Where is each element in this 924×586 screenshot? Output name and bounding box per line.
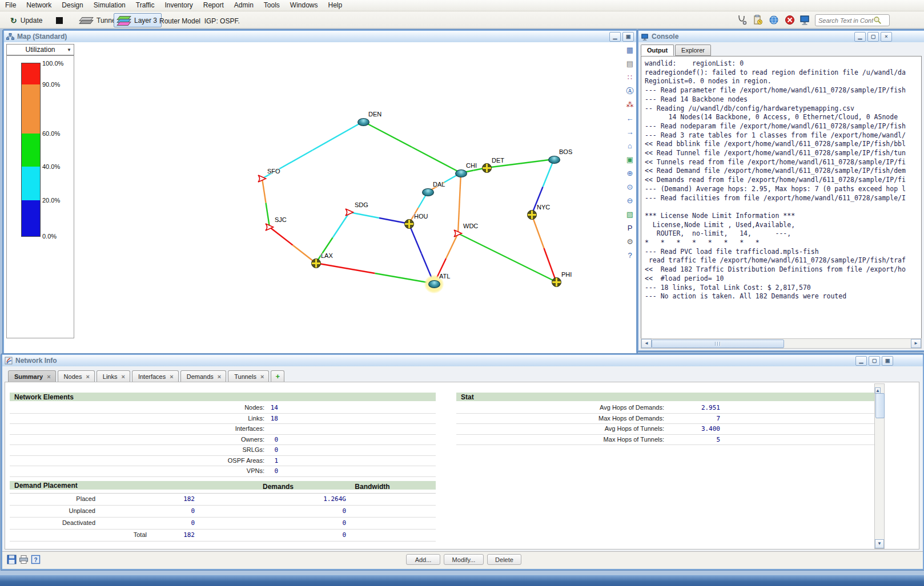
console-monitor-icon[interactable] [798, 14, 811, 26]
menu-design[interactable]: Design [57, 0, 88, 9]
console-minimize-button[interactable]: ▁ [854, 32, 866, 42]
ni-vscrollbar[interactable]: ▲ ▼ [874, 383, 885, 549]
save-icon[interactable] [7, 555, 17, 564]
scroll-thumb[interactable] [652, 340, 784, 348]
menu-network[interactable]: Network [21, 0, 57, 9]
console-output-area[interactable]: wandlid: regionList: 0readregiondef(): f… [641, 56, 922, 343]
legend-mode-dropdown[interactable]: Utilization ▼ [6, 44, 74, 55]
ni-minimize-button[interactable]: ▁ [855, 356, 867, 366]
tab-summary[interactable]: Summary× [8, 370, 56, 382]
scroll-left-icon[interactable]: ◄ [641, 339, 652, 348]
zoom-window-icon[interactable]: ⊙ [625, 183, 634, 191]
node-ATL[interactable] [428, 280, 440, 288]
tab-close-icon[interactable]: × [86, 373, 89, 380]
path-label-icon[interactable]: P [625, 224, 634, 232]
tab-close-icon[interactable]: × [260, 373, 264, 380]
node-SFO[interactable] [258, 175, 267, 183]
node-SJC[interactable] [265, 223, 274, 231]
network-info-titlebar[interactable]: Network Info ▁ ▢ ▣ [2, 355, 923, 366]
tab-close-icon[interactable]: × [122, 373, 125, 380]
undo-icon[interactable]: ← [625, 114, 634, 123]
tab-demands[interactable]: Demands× [180, 370, 227, 382]
node-LAX[interactable] [311, 258, 321, 268]
add-button[interactable]: Add... [406, 554, 440, 565]
rotate-labels-icon[interactable]: Ⓐ [625, 87, 634, 95]
diagnostics-stethoscope-icon[interactable] [736, 14, 748, 26]
console-close-button[interactable]: × [881, 32, 892, 42]
map-minimize-button[interactable]: ▁ [609, 32, 621, 42]
node-DET[interactable] [482, 163, 492, 173]
help-icon[interactable]: ? [625, 251, 634, 260]
tab-nodes[interactable]: Nodes× [58, 370, 95, 382]
tab-tunnels[interactable]: Tunnels× [228, 370, 269, 382]
scroll-right-icon[interactable]: ► [911, 339, 921, 348]
console-titlebar[interactable]: Console ▁ ▢ × [638, 31, 924, 42]
link-DEN-CHI-half-b[interactable] [412, 147, 461, 173]
menu-inventory[interactable]: Inventory [159, 0, 198, 9]
search-icon[interactable] [873, 16, 882, 25]
menu-help[interactable]: Help [323, 0, 348, 9]
zoom-out-icon[interactable]: ⊖ [625, 196, 634, 205]
network-map-canvas[interactable]: DENSFOSJCSDGLAXDALHOUCHIDETBOSNYCWDCATLP… [75, 42, 624, 353]
tab-interfaces[interactable]: Interfaces× [132, 370, 179, 382]
menu-windows[interactable]: Windows [285, 0, 323, 9]
tools-wrench-icon[interactable]: ⚙ [625, 237, 634, 246]
node-SDG[interactable] [345, 208, 354, 216]
search-input[interactable] [818, 17, 873, 24]
link-nodes-icon[interactable]: ∷ [625, 73, 634, 82]
tab-close-icon[interactable]: × [218, 373, 221, 380]
map-titlebar[interactable]: Map (Standard) ▁ ▣ [4, 31, 636, 42]
menu-admin[interactable]: Admin [229, 0, 259, 9]
topology-icon[interactable]: ⁂ [625, 100, 634, 109]
select-region-icon[interactable]: ▧ [625, 210, 634, 219]
node-HOU[interactable] [404, 219, 414, 229]
stop-icon[interactable] [56, 17, 63, 24]
node-NYC[interactable] [527, 210, 537, 220]
node-DAL[interactable] [422, 188, 434, 196]
console-restore-button[interactable]: ▢ [867, 32, 879, 42]
delete-button[interactable]: Delete [487, 554, 521, 565]
node-CHI[interactable] [455, 169, 467, 177]
tab-explorer[interactable]: Explorer [675, 45, 711, 56]
node-WDC[interactable] [453, 229, 463, 237]
web-globe-icon[interactable] [768, 14, 780, 26]
background-map-icon[interactable]: ▣ [625, 155, 634, 164]
link-SFO-DEN-half-b[interactable] [313, 122, 364, 150]
tab-links[interactable]: Links× [97, 370, 130, 382]
map-maximize-button[interactable]: ▣ [622, 32, 634, 42]
home-view-icon[interactable]: ⌂ [625, 142, 634, 150]
update-button[interactable]: ↻ Update [6, 13, 47, 27]
menu-report[interactable]: Report [198, 0, 229, 9]
scroll-down-icon[interactable]: ▼ [875, 539, 884, 548]
tab-output[interactable]: Output [641, 45, 674, 56]
tab-add-view[interactable]: + [271, 370, 284, 382]
map-options-icon[interactable]: ▤ [625, 59, 634, 68]
disconnect-icon[interactable] [784, 14, 796, 26]
menu-tools[interactable]: Tools [259, 0, 285, 9]
console-hscrollbar[interactable]: ◄ ► [641, 338, 922, 349]
node-PHI[interactable] [552, 277, 561, 287]
link-LAX-ATL-half-a[interactable] [316, 263, 375, 273]
report-clipboard-icon[interactable] [752, 14, 764, 26]
menu-file[interactable]: File [0, 0, 21, 9]
legend-segment [22, 200, 40, 236]
tab-close-icon[interactable]: × [170, 373, 173, 380]
help-table-icon[interactable]: ? [31, 555, 41, 564]
scroll-thumb[interactable] [875, 393, 885, 418]
menu-traffic[interactable]: Traffic [131, 0, 160, 9]
menu-simulation[interactable]: Simulation [89, 0, 131, 9]
modify-button[interactable]: Modify... [444, 554, 484, 565]
link-NYC-PHI-half-a[interactable] [532, 215, 544, 248]
link-DEN-CHI-half-a[interactable] [363, 122, 412, 147]
print-icon[interactable] [19, 555, 29, 564]
node-DEN[interactable] [357, 118, 369, 126]
ni-restore-button[interactable]: ▢ [869, 356, 880, 366]
tab-close-icon[interactable]: × [47, 373, 50, 380]
redo-icon[interactable]: → [625, 128, 634, 136]
node-BOS[interactable] [548, 156, 560, 164]
zoom-in-icon[interactable]: ⊕ [625, 169, 634, 177]
layer3-button[interactable]: Layer 3 [114, 13, 162, 27]
grid-icon[interactable]: ▦ [625, 46, 634, 54]
ni-maximize-button[interactable]: ▣ [882, 356, 893, 366]
link-WDC-PHI-half-a[interactable] [458, 233, 507, 258]
